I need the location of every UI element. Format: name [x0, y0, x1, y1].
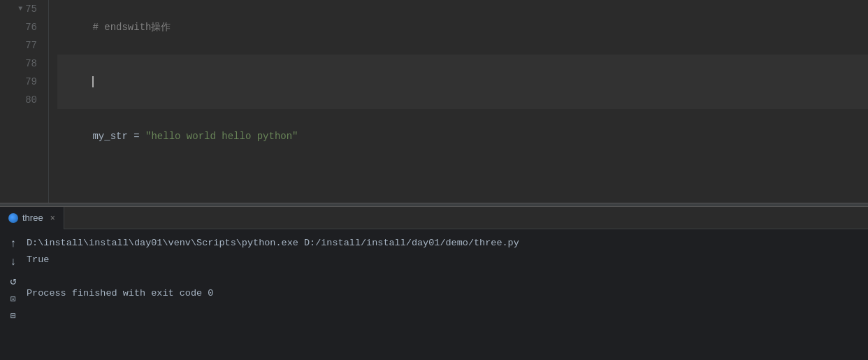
terminal-area: three × ↑ ↓ ↺ ⊡ ⊟ D:\install\install\day…	[0, 207, 868, 360]
terminal-line-result: True	[27, 252, 868, 268]
line-num-79: 79	[0, 73, 43, 91]
line-num-78: 78	[0, 55, 43, 73]
cursor-blink	[92, 76, 94, 87]
tab-close-btn[interactable]: ×	[50, 213, 55, 223]
code-line-79: print(my_str.endswith("python"))	[57, 182, 868, 203]
line-gutter: ▼ 75 76 77 78 79 80	[0, 0, 49, 203]
code-line-75: # endswith操作	[57, 0, 868, 55]
terminal-line-empty	[27, 268, 868, 285]
line-num-77: 77	[0, 36, 43, 55]
comment-75: # endswith操作	[92, 22, 171, 33]
terminal-tabs-bar: three ×	[0, 207, 868, 229]
tab-python-icon	[8, 213, 18, 223]
terminal-sidebar-buttons: ↑ ↓ ↺ ⊡ ⊟	[6, 235, 21, 354]
line-num-75: ▼ 75	[0, 0, 43, 18]
terminal-output: D:\install\install\day01\venv\Scripts\py…	[21, 235, 868, 354]
string-hello: "hello world hello python"	[145, 131, 298, 142]
terminal-body: ↑ ↓ ↺ ⊡ ⊟ D:\install\install\day01\venv\…	[0, 229, 868, 360]
minimize-btn[interactable]: ⊟	[10, 310, 16, 322]
tab-label: three	[22, 213, 43, 223]
terminal-line-path: D:\install\install\day01\venv\Scripts\py…	[27, 235, 868, 252]
code-line-78	[57, 164, 868, 182]
rerun-btn[interactable]: ↺	[10, 274, 17, 288]
settings-btn[interactable]: ⊡	[10, 294, 16, 305]
var-my-str: my_str	[92, 131, 127, 142]
code-line-77: my_str = "hello world hello python"	[57, 109, 868, 164]
scroll-up-btn[interactable]: ↑	[10, 238, 17, 250]
terminal-tab-three[interactable]: three ×	[0, 207, 64, 229]
code-content: # endswith操作 my_str = "hello world hello…	[49, 0, 868, 203]
editor-area: ▼ 75 76 77 78 79 80 # endswith操作 my_str …	[0, 0, 868, 203]
fold-icon-75[interactable]: ▼	[18, 0, 22, 18]
scroll-down-btn[interactable]: ↓	[10, 256, 17, 268]
code-line-76	[57, 55, 868, 109]
terminal-line-process: Process finished with exit code 0	[27, 285, 868, 302]
line-num-76: 76	[0, 18, 43, 36]
line-num-80: 80	[0, 91, 43, 109]
